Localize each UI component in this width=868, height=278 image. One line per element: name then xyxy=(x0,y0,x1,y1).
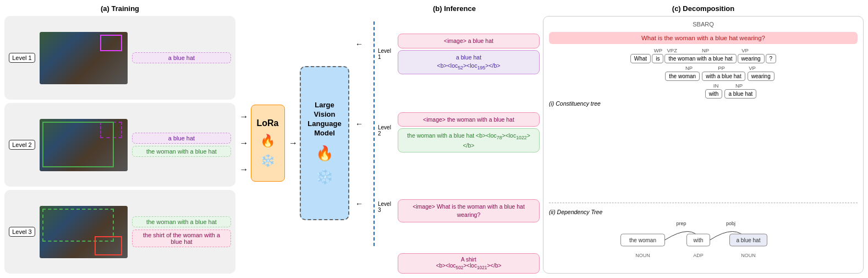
in-label: IN xyxy=(709,83,723,89)
parse-labels-mid: NP PP VP xyxy=(582,65,858,71)
inf-l1-input: <image> a blue hat xyxy=(398,34,540,48)
level2-text-labels: a blue hat the woman with a blue hat xyxy=(132,133,231,157)
lora-label: LoRa xyxy=(257,118,279,128)
vp-label-mid: VP xyxy=(740,65,765,71)
level3-label: Level 3 xyxy=(9,227,35,237)
inf-l2-input: <image> the woman with a blue hat xyxy=(398,112,540,127)
photo-bg-3 xyxy=(40,206,128,258)
lora-spacer xyxy=(261,96,263,102)
right-arrows: → → → xyxy=(240,112,249,175)
decomp-inner: SBARQ What is the woman with a blue hat … xyxy=(543,16,864,274)
svg-text:a blue hat: a blue hat xyxy=(737,237,761,243)
sbarq-label: SBARQ xyxy=(549,21,858,28)
parse-labels-bottom: IN NP xyxy=(604,83,858,89)
lvlm-left-arrow: → xyxy=(289,138,298,148)
with-blue-hat-node: with a blue hat xyxy=(702,72,745,81)
woman-with-hat-node: the woman with a blue hat xyxy=(664,54,736,63)
inf-level2-pair: <image> the woman with a blue hat the wo… xyxy=(398,94,540,170)
question-box: What is the woman with a blue hat wearin… xyxy=(549,32,858,44)
the-woman-node: the woman xyxy=(665,72,700,81)
with-node: with xyxy=(705,89,723,99)
svg-text:prep: prep xyxy=(676,221,686,226)
lora-section: → → → LoRa 🔥 ❄️ xyxy=(239,4,285,274)
vp-label-top: VP xyxy=(734,47,756,53)
dependency-section: (ii) Dependency Tree the woman NOUN prep… xyxy=(549,209,858,269)
lvlm-spacer xyxy=(318,58,320,64)
svg-text:NOUN: NOUN xyxy=(635,253,650,258)
section-a-title: (a) Training xyxy=(4,4,235,13)
dependency-tree-svg: the woman NOUN prep with ADP pobj a blue… xyxy=(549,217,858,267)
level3-chip-shirt: the shirt of the woman with a blue hat xyxy=(132,230,231,247)
arrow2: → xyxy=(240,138,249,148)
parse-words-top: What is the woman with a blue hat wearin… xyxy=(549,54,858,63)
constituency-title: (i) Constituency tree xyxy=(549,100,858,107)
section-training: (a) Training Level 1 a blue hat Level 2 xyxy=(4,4,235,274)
wp-label: WP xyxy=(651,47,666,53)
level1-text-labels: a blue hat xyxy=(132,52,231,63)
training-rows: Level 1 a blue hat Level 2 xyxy=(4,16,235,274)
parse-words-mid: the woman with a blue hat wearing xyxy=(582,72,858,81)
inf-l1-output: a blue hat<b><loc52><loc195></b> xyxy=(398,50,540,74)
lvlm-with-arrow: → Large Vision Language Model 🔥 ❄️ xyxy=(289,66,349,220)
lora-snowflake: ❄️ xyxy=(260,154,275,168)
connector-col: ← ← ← xyxy=(353,4,366,274)
np-label-mid: NP xyxy=(675,65,703,71)
final-output-box: A shirt<b><loc502><loc1021></b> xyxy=(398,253,540,274)
conn-arrow2: ← xyxy=(355,119,363,128)
dashed-vertical-line xyxy=(373,21,375,246)
svg-text:NOUN: NOUN xyxy=(741,253,756,258)
training-level1-row: Level 1 a blue hat xyxy=(4,16,235,100)
a-blue-hat-node: a blue hat xyxy=(724,89,756,99)
level1-chip-hat: a blue hat xyxy=(132,52,231,63)
level3-text-labels: the woman with a blue hat the shirt of t… xyxy=(132,216,231,247)
lora-box: LoRa 🔥 ❄️ xyxy=(251,105,285,182)
inf-level1-pair: <image> a blue hat a blue hat<b><loc52><… xyxy=(398,16,540,92)
svg-text:the woman: the woman xyxy=(629,237,656,243)
lvlm-box: Large Vision Language Model 🔥 ❄️ xyxy=(300,66,349,220)
level1-photo xyxy=(40,32,128,84)
inference-levels: Level 1 Level 2 Level 3 xyxy=(369,16,395,274)
arrow1: → xyxy=(240,112,249,122)
lora-with-arrows: → → → LoRa 🔥 ❄️ xyxy=(240,105,285,182)
parse-words-bottom: with a blue hat xyxy=(604,89,858,99)
inf-l2-output: the woman with a blue hat <b><loc78><loc… xyxy=(398,128,540,152)
level2-label: Level 2 xyxy=(9,140,35,150)
level2-chip-hat: a blue hat xyxy=(132,133,231,144)
svg-text:ADP: ADP xyxy=(693,253,704,258)
lvlm-title: Large Vision Language Model xyxy=(305,101,344,138)
np-label-top: NP xyxy=(678,47,733,53)
lvlm-section: → Large Vision Language Model 🔥 ❄️ xyxy=(289,4,349,274)
what-node: What xyxy=(630,54,651,63)
section-decomposition: (c) Decomposition SBARQ What is the woma… xyxy=(543,4,864,274)
section-inference: (b) Inference Level 1 Level 2 Level 3 xyxy=(369,4,540,274)
level3-chip-woman: the woman with a blue hat xyxy=(132,216,231,227)
level3-photo xyxy=(40,206,128,258)
lvlm-snowflake: ❄️ xyxy=(316,168,333,186)
conn-arrow3: ← xyxy=(355,199,363,208)
section-b-title: (b) Inference xyxy=(369,4,540,13)
inference-layout: Level 1 Level 2 Level 3 <image> a blue h… xyxy=(369,16,540,274)
wearing-node-mid: wearing xyxy=(748,72,774,81)
inf-l3-input: <image> What is the woman with a blue ha… xyxy=(398,199,540,222)
wearing-node-top: wearing xyxy=(738,54,765,63)
training-level2-row: Level 2 a blue hat the woman with a blue… xyxy=(4,103,235,187)
level2-photo xyxy=(40,119,128,171)
training-level3-row: Level 3 the woman with a blue hat the sh… xyxy=(4,190,235,274)
vpz-label: VPZ xyxy=(667,47,677,53)
inference-chips: <image> a blue hat a blue hat<b><loc52><… xyxy=(398,16,540,274)
constituency-section: WP VPZ NP VP What is the woman with a bl… xyxy=(549,47,858,197)
section-divider xyxy=(549,203,858,203)
photo-bg-1 xyxy=(40,32,128,84)
svg-text:with: with xyxy=(693,237,704,243)
conn-arrow1: ← xyxy=(355,40,363,48)
arrow3: → xyxy=(240,165,249,175)
svg-text:pobj: pobj xyxy=(726,221,735,226)
parse-labels-top: WP VPZ NP VP xyxy=(549,47,858,53)
level1-label: Level 1 xyxy=(9,53,35,63)
is-node: is xyxy=(652,54,663,63)
dependency-title: (ii) Dependency Tree xyxy=(549,209,858,215)
pp-label-mid: PP xyxy=(705,65,738,71)
main-container: (a) Training Level 1 a blue hat Level 2 xyxy=(0,0,868,278)
question-mark-node: ? xyxy=(766,54,777,63)
lvlm-fire: 🔥 xyxy=(316,145,333,162)
